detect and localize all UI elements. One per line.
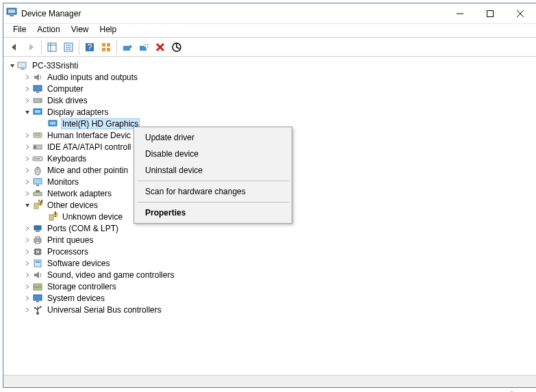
tree-label: Mice and other pointin xyxy=(46,165,129,176)
chevron-down-icon[interactable] xyxy=(23,107,32,117)
display-adapter-icon xyxy=(32,107,43,118)
svg-point-33 xyxy=(40,100,41,101)
chevron-right-icon[interactable] xyxy=(23,224,32,233)
ctx-disable-device[interactable]: Disable device xyxy=(136,146,290,162)
ctx-uninstall-device[interactable]: Uninstall device xyxy=(136,162,290,179)
window-title: Device Manager xyxy=(21,9,445,18)
chevron-right-icon[interactable] xyxy=(23,154,32,164)
ctx-scan-hardware[interactable]: Scan for hardware changes xyxy=(136,183,290,200)
chevron-right-icon[interactable] xyxy=(23,73,32,82)
tree-item-disk[interactable]: Disk drives xyxy=(5,94,536,106)
svg-rect-59 xyxy=(34,226,41,230)
ctx-separator xyxy=(137,181,289,181)
scan-hardware-button[interactable] xyxy=(136,39,152,55)
menu-action[interactable]: Action xyxy=(31,23,65,36)
chevron-right-icon[interactable] xyxy=(23,96,32,105)
uninstall-button[interactable] xyxy=(152,39,168,55)
ctx-update-driver[interactable]: Update driver xyxy=(136,129,290,146)
chevron-right-icon[interactable] xyxy=(23,247,32,257)
tree-item-ports[interactable]: Ports (COM & LPT) xyxy=(5,222,536,234)
tree-item-audio[interactable]: Audio inputs and outputs xyxy=(5,71,536,83)
chevron-down-icon[interactable] xyxy=(23,200,32,210)
monitor-icon xyxy=(32,177,43,187)
tree-item-display[interactable]: Display adapters xyxy=(5,106,536,118)
cpu-icon xyxy=(32,246,43,257)
tree-item-sound[interactable]: Sound, video and game controllers xyxy=(5,269,536,280)
toolbar-separator xyxy=(116,40,117,55)
tree-item-processors[interactable]: Processors xyxy=(5,246,536,257)
properties-button[interactable] xyxy=(60,39,77,55)
menu-help[interactable]: Help xyxy=(94,23,123,36)
tree-item-usb[interactable]: Universal Serial Bus controllers xyxy=(5,304,536,315)
svg-rect-52 xyxy=(36,190,40,192)
menu-view[interactable]: View xyxy=(66,23,94,36)
chevron-right-icon[interactable] xyxy=(23,166,32,175)
device-tree[interactable]: PC-33Srishti Audio inputs and outputs Co… xyxy=(3,57,536,374)
tree-item-system-devices[interactable]: System devices xyxy=(5,292,536,304)
software-icon xyxy=(32,258,43,269)
svg-rect-75 xyxy=(36,301,39,302)
menubar: File Action View Help xyxy=(3,24,536,38)
ctx-properties[interactable]: Properties xyxy=(136,205,290,221)
disable-button[interactable] xyxy=(168,39,185,55)
tree-item-storage[interactable]: Storage controllers xyxy=(5,280,536,292)
svg-rect-74 xyxy=(34,295,42,300)
toolbar-separator xyxy=(41,40,42,55)
chevron-right-icon[interactable] xyxy=(23,177,32,187)
tree-label: Disk drives xyxy=(46,95,89,106)
watermark: wsxdn.com xyxy=(3,389,533,392)
close-button[interactable] xyxy=(505,4,535,23)
ide-icon xyxy=(32,142,43,153)
svg-rect-1 xyxy=(8,10,15,13)
context-menu: Update driver Disable device Uninstall d… xyxy=(133,127,292,224)
tree-label: Processors xyxy=(46,246,90,257)
show-hide-tree-button[interactable] xyxy=(44,39,60,55)
svg-rect-44 xyxy=(34,158,36,159)
back-button[interactable] xyxy=(6,39,23,55)
storage-icon xyxy=(32,281,43,292)
drive-icon xyxy=(32,95,43,106)
tree-label: Computer xyxy=(46,83,85,94)
monitor-icon xyxy=(32,83,43,94)
tree-label: Monitors xyxy=(46,177,80,187)
unknown-device-icon: ! xyxy=(47,211,58,222)
chevron-right-icon[interactable] xyxy=(23,293,32,303)
tree-label: Human Interface Devic xyxy=(46,130,132,141)
tree-label: Intel(R) HD Graphics xyxy=(61,118,140,129)
tree-item-computer[interactable]: Computer xyxy=(5,83,536,94)
tree-item-print-queues[interactable]: Print queues xyxy=(5,234,536,246)
keyboard-icon xyxy=(32,153,43,164)
svg-rect-46 xyxy=(38,158,40,159)
tiles-button[interactable] xyxy=(98,39,114,55)
help-button[interactable]: ? xyxy=(81,39,98,55)
tree-label: Universal Serial Bus controllers xyxy=(46,304,163,315)
svg-rect-31 xyxy=(36,92,39,93)
chevron-right-icon[interactable] xyxy=(23,131,32,140)
svg-rect-2 xyxy=(10,15,14,16)
chevron-right-icon[interactable] xyxy=(23,189,32,198)
chevron-right-icon[interactable] xyxy=(23,235,32,245)
tree-item-software-devices[interactable]: Software devices xyxy=(5,257,536,269)
tree-root[interactable]: PC-33Srishti xyxy=(5,60,536,71)
chevron-right-icon[interactable] xyxy=(23,84,32,94)
svg-rect-29 xyxy=(21,68,25,70)
other-devices-icon: ? xyxy=(32,200,43,211)
forward-button[interactable] xyxy=(23,39,39,55)
minimize-button[interactable] xyxy=(445,4,475,23)
chevron-down-icon[interactable] xyxy=(8,61,17,70)
menu-file[interactable]: File xyxy=(8,23,31,36)
svg-rect-7 xyxy=(48,43,56,51)
chevron-right-icon[interactable] xyxy=(23,259,32,268)
svg-rect-37 xyxy=(50,122,55,125)
svg-point-80 xyxy=(34,306,36,309)
svg-text:?: ? xyxy=(38,200,43,207)
maximize-button[interactable] xyxy=(475,4,505,23)
chevron-right-icon[interactable] xyxy=(23,142,32,152)
update-driver-button[interactable] xyxy=(119,39,136,55)
usb-icon xyxy=(32,304,43,315)
svg-rect-81 xyxy=(40,306,42,308)
tree-label: Display adapters xyxy=(46,107,110,118)
chevron-right-icon[interactable] xyxy=(23,270,32,280)
chevron-right-icon[interactable] xyxy=(23,282,32,291)
chevron-right-icon[interactable] xyxy=(23,305,32,315)
